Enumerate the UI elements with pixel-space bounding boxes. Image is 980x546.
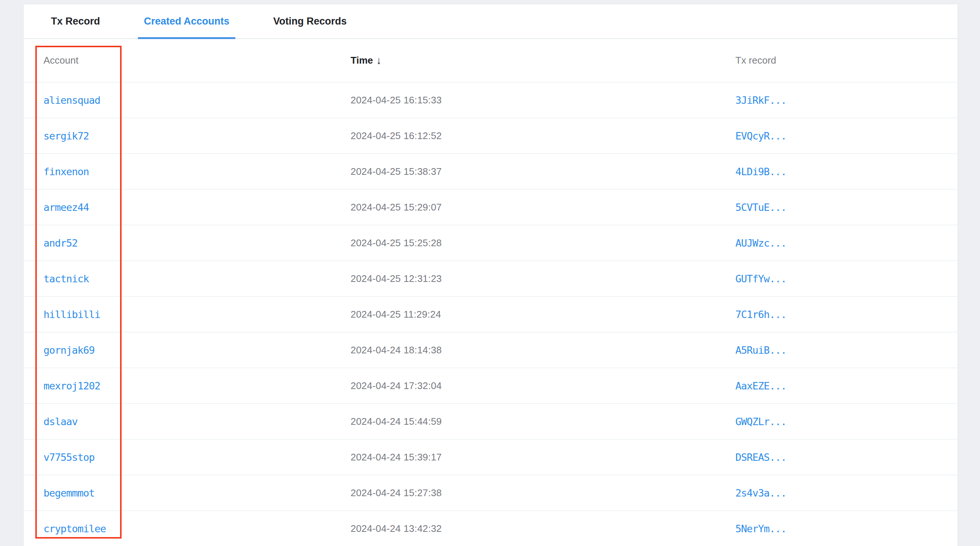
- table-row: cryptomilee 2024-04-24 13:42:32 5NerYm..…: [24, 510, 957, 546]
- tx-record-link[interactable]: AaxEZE...: [735, 380, 786, 392]
- account-link[interactable]: armeez44: [43, 202, 89, 213]
- time-value: 2024-04-25 15:25:28: [351, 237, 442, 249]
- account-link[interactable]: andr52: [43, 237, 78, 249]
- account-link[interactable]: sergik72: [43, 130, 89, 142]
- column-header-time-label: Time: [351, 55, 373, 66]
- tx-record-link[interactable]: GUTfYw...: [735, 273, 786, 285]
- table-row: finxenon 2024-04-25 15:38:37 4LDi9B...: [24, 153, 957, 189]
- sort-descending-icon: ↓: [376, 55, 382, 67]
- time-value: 2024-04-24 15:44:59: [351, 416, 442, 427]
- tab-tx-record[interactable]: Tx Record: [45, 5, 106, 38]
- table-row: armeez44 2024-04-25 15:29:07 5CVTuE...: [24, 189, 957, 224]
- tx-record-link[interactable]: 5CVTuE...: [735, 202, 786, 213]
- time-value: 2024-04-25 15:38:37: [351, 166, 442, 177]
- account-link[interactable]: hillibilli: [43, 309, 100, 320]
- table-row: dslaav 2024-04-24 15:44:59 GWQZLr...: [24, 403, 957, 439]
- tx-record-link[interactable]: 3JiRkF...: [735, 94, 786, 106]
- column-header-time[interactable]: Time ↓: [351, 55, 735, 67]
- tab-bar: Tx Record Created Accounts Voting Record…: [24, 5, 957, 39]
- tx-record-link[interactable]: A5RuiB...: [735, 344, 786, 356]
- column-header-tx-record: Tx record: [735, 55, 957, 66]
- created-accounts-panel: Tx Record Created Accounts Voting Record…: [24, 5, 957, 546]
- time-value: 2024-04-25 15:29:07: [351, 202, 442, 213]
- tab-label: Voting Records: [273, 16, 347, 27]
- account-link[interactable]: finxenon: [43, 166, 89, 177]
- account-link[interactable]: aliensquad: [43, 94, 100, 106]
- column-header-tx-record-label: Tx record: [735, 55, 776, 66]
- time-value: 2024-04-25 12:31:23: [351, 273, 442, 285]
- tx-record-link[interactable]: DSREAS...: [735, 452, 786, 463]
- table-row: gornjak69 2024-04-24 18:14:38 A5RuiB...: [24, 332, 957, 368]
- table-row: hillibilli 2024-04-25 11:29:24 7C1r6h...: [24, 296, 957, 332]
- account-link[interactable]: gornjak69: [43, 344, 94, 356]
- account-link[interactable]: v7755stop: [43, 452, 94, 463]
- table-row: andr52 2024-04-25 15:25:28 AUJWzc...: [24, 224, 957, 260]
- table-row: tactnick 2024-04-25 12:31:23 GUTfYw...: [24, 260, 957, 296]
- time-value: 2024-04-24 15:39:17: [351, 452, 442, 463]
- tab-label: Created Accounts: [144, 16, 229, 27]
- time-value: 2024-04-24 17:32:04: [351, 380, 442, 392]
- account-link[interactable]: begemmmot: [43, 487, 94, 499]
- table-body: aliensquad 2024-04-25 16:15:33 3JiRkF...…: [24, 82, 957, 546]
- account-link[interactable]: mexroj1202: [43, 380, 100, 392]
- table-row: aliensquad 2024-04-25 16:15:33 3JiRkF...: [24, 82, 957, 118]
- tab-label: Tx Record: [51, 16, 100, 27]
- tx-record-link[interactable]: 4LDi9B...: [735, 166, 786, 177]
- time-value: 2024-04-25 16:12:52: [351, 130, 442, 142]
- table-row: mexroj1202 2024-04-24 17:32:04 AaxEZE...: [24, 368, 957, 403]
- tx-record-link[interactable]: AUJWzc...: [735, 237, 786, 249]
- column-header-account-label: Account: [43, 55, 78, 66]
- tx-record-link[interactable]: 5NerYm...: [735, 523, 786, 535]
- table-row: begemmmot 2024-04-24 15:27:38 2s4v3a...: [24, 474, 957, 510]
- time-value: 2024-04-24 18:14:38: [351, 344, 442, 356]
- account-link[interactable]: cryptomilee: [43, 523, 106, 535]
- tx-record-link[interactable]: GWQZLr...: [735, 416, 786, 427]
- account-link[interactable]: tactnick: [43, 273, 89, 285]
- table-header-row: Account Time ↓ Tx record: [24, 39, 957, 82]
- tx-record-link[interactable]: 2s4v3a...: [735, 487, 786, 499]
- table-row: sergik72 2024-04-25 16:12:52 EVQcyR...: [24, 118, 957, 153]
- tab-voting-records[interactable]: Voting Records: [267, 5, 353, 38]
- time-value: 2024-04-24 13:42:32: [351, 523, 442, 535]
- account-link[interactable]: dslaav: [43, 416, 78, 427]
- column-header-account: Account: [24, 55, 351, 66]
- tx-record-link[interactable]: EVQcyR...: [735, 130, 786, 142]
- time-value: 2024-04-25 11:29:24: [351, 309, 441, 320]
- tab-created-accounts[interactable]: Created Accounts: [138, 5, 235, 38]
- time-value: 2024-04-25 16:15:33: [351, 94, 442, 106]
- time-value: 2024-04-24 15:27:38: [351, 487, 442, 499]
- table-row: v7755stop 2024-04-24 15:39:17 DSREAS...: [24, 439, 957, 474]
- tx-record-link[interactable]: 7C1r6h...: [735, 309, 786, 320]
